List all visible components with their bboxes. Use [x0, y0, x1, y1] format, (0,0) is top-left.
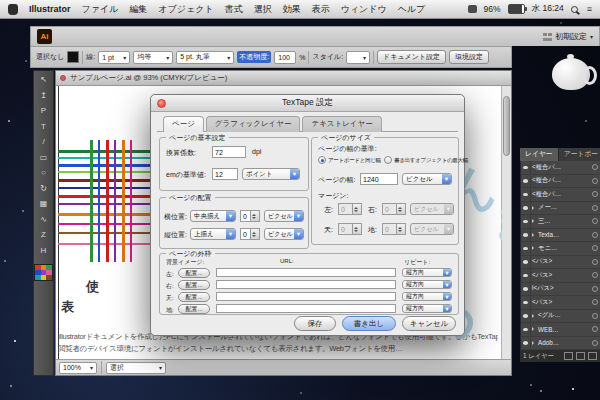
stroke-profile-select[interactable]: 均等 ▾: [133, 51, 173, 64]
line-tool-icon[interactable]: /: [36, 136, 51, 147]
visibility-eye-icon[interactable]: [521, 242, 531, 255]
document-title-bar[interactable]: サンプルページ.ai @ 93% (CMYK/プレビュー): [56, 71, 511, 86]
pen-tool-icon[interactable]: P: [36, 105, 51, 116]
layer-row[interactable]: 三…: [521, 215, 600, 229]
menu-type[interactable]: 書式: [225, 3, 243, 16]
page-width-unit-select[interactable]: ピクセル▼: [402, 173, 452, 185]
preferences-button[interactable]: 環境設定: [449, 50, 489, 64]
dialog-title-bar[interactable]: TexTape 設定: [151, 95, 464, 112]
visibility-eye-icon[interactable]: [521, 310, 531, 323]
v-offset-stepper[interactable]: 0: [240, 228, 260, 240]
workspace-switcher[interactable]: 初期設定 ▾: [543, 31, 593, 42]
zoom-tool-icon[interactable]: Z: [36, 229, 51, 240]
layer-row[interactable]: <複合パ…: [521, 175, 600, 189]
menu-app-name[interactable]: Illustrator: [29, 4, 71, 14]
target-circle-icon[interactable]: [592, 245, 598, 251]
place-button[interactable]: 配置...: [178, 304, 210, 314]
dialog-close-button[interactable]: [157, 99, 166, 108]
type-tool-icon[interactable]: T: [36, 121, 51, 132]
status-indicator-select[interactable]: 選択 ▾: [106, 362, 166, 374]
radio-artboard-width[interactable]: [318, 156, 326, 164]
place-button[interactable]: 配置...: [178, 268, 210, 278]
target-circle-icon[interactable]: [592, 272, 598, 278]
export-button[interactable]: 書き出し: [342, 316, 396, 331]
apple-menu-icon[interactable]: [8, 4, 18, 15]
tab-text-layer[interactable]: テキストレイヤー: [302, 116, 381, 132]
tab-graphic-layer[interactable]: グラフィックレイヤー: [206, 116, 301, 132]
document-close-icon[interactable]: [60, 75, 66, 81]
layer-row[interactable]: <複合パ…: [521, 188, 600, 202]
new-layer-icon[interactable]: [576, 352, 585, 360]
tab-page[interactable]: ページ: [163, 116, 204, 132]
v-unit-select[interactable]: ピクセル▼: [264, 228, 304, 240]
menu-help[interactable]: ヘルプ: [398, 3, 426, 16]
target-circle-icon[interactable]: [592, 259, 598, 265]
disclosure-triangle-icon[interactable]: [532, 341, 536, 345]
repeat-select[interactable]: 縦方向▼: [402, 292, 452, 301]
scrollbar-thumb[interactable]: [503, 96, 510, 156]
input-source-icon[interactable]: [468, 5, 477, 13]
menu-select[interactable]: 選択: [254, 3, 272, 16]
em-unit-select[interactable]: ポイント▼: [242, 168, 300, 180]
url-input[interactable]: [216, 292, 396, 301]
h-unit-select[interactable]: ピクセル▼: [264, 210, 304, 222]
visibility-eye-icon[interactable]: [521, 283, 531, 296]
target-circle-icon[interactable]: [592, 313, 598, 319]
fill-stroke-swatch-icon[interactable]: [67, 51, 79, 63]
disclosure-triangle-icon[interactable]: [532, 206, 536, 210]
new-sublayer-icon[interactable]: [564, 352, 573, 360]
menu-edit[interactable]: 編集: [129, 3, 147, 16]
tab-layers[interactable]: レイヤー: [520, 148, 559, 161]
disclosure-triangle-icon[interactable]: [532, 314, 536, 318]
target-circle-icon[interactable]: [592, 286, 598, 292]
tab-artboards[interactable]: アートボード: [559, 148, 600, 161]
menu-view[interactable]: 表示: [312, 3, 330, 16]
target-circle-icon[interactable]: [592, 232, 598, 238]
cancel-button[interactable]: キャンセル: [402, 316, 456, 331]
document-setup-button[interactable]: ドキュメント設定: [377, 50, 446, 64]
menubar-clock[interactable]: 水 16:24: [532, 3, 564, 15]
hand-tool-icon[interactable]: H: [36, 245, 51, 256]
layer-row[interactable]: <グル…: [521, 310, 600, 324]
place-button[interactable]: 配置...: [178, 280, 210, 290]
color-swatch-grid[interactable]: [34, 264, 53, 281]
disclosure-triangle-icon[interactable]: [532, 233, 536, 237]
layer-row[interactable]: <パス>: [521, 269, 600, 283]
visibility-eye-icon[interactable]: [521, 175, 531, 188]
url-input[interactable]: [216, 268, 396, 277]
menu-effect[interactable]: 効果: [283, 3, 301, 16]
disclosure-triangle-icon[interactable]: [532, 246, 536, 250]
battery-icon[interactable]: [508, 4, 525, 14]
ellipse-tool-icon[interactable]: ○: [36, 167, 51, 178]
selection-tool-icon[interactable]: ↖: [36, 74, 51, 85]
disclosure-triangle-icon[interactable]: [532, 219, 536, 223]
repeat-select[interactable]: 縦方向▼: [402, 304, 452, 313]
layer-row[interactable]: i<パス>: [521, 283, 600, 297]
target-circle-icon[interactable]: [592, 340, 598, 346]
notification-list-icon[interactable]: ≡: [587, 4, 592, 14]
em-base-input[interactable]: 12: [212, 168, 238, 180]
visibility-eye-icon[interactable]: [521, 269, 531, 282]
visibility-eye-icon[interactable]: [521, 215, 531, 228]
conversion-input[interactable]: 72: [212, 146, 246, 158]
target-circle-icon[interactable]: [592, 191, 598, 197]
opacity-link[interactable]: 不透明度:: [237, 51, 271, 63]
save-button[interactable]: 保存: [294, 316, 336, 331]
layer-row[interactable]: Texta…: [521, 229, 600, 243]
opacity-input[interactable]: 100: [274, 51, 296, 64]
target-circle-icon[interactable]: [592, 164, 598, 170]
repeat-select[interactable]: 縦方向▼: [402, 280, 452, 289]
page-width-input[interactable]: 1240: [360, 173, 398, 185]
visibility-eye-icon[interactable]: [521, 188, 531, 201]
repeat-select[interactable]: 縦方向▼: [402, 268, 452, 277]
layer-row[interactable]: <パス>: [521, 296, 600, 310]
rotate-tool-icon[interactable]: ↻: [36, 183, 51, 194]
visibility-eye-icon[interactable]: [521, 256, 531, 269]
zoom-level-select[interactable]: 100% ▾: [59, 362, 97, 374]
layer-row[interactable]: モニ…: [521, 242, 600, 256]
place-button[interactable]: 配置...: [178, 292, 210, 302]
target-circle-icon[interactable]: [592, 205, 598, 211]
trash-icon[interactable]: [588, 352, 597, 360]
visibility-eye-icon[interactable]: [521, 161, 531, 174]
direct-selection-tool-icon[interactable]: ↥: [36, 90, 51, 101]
